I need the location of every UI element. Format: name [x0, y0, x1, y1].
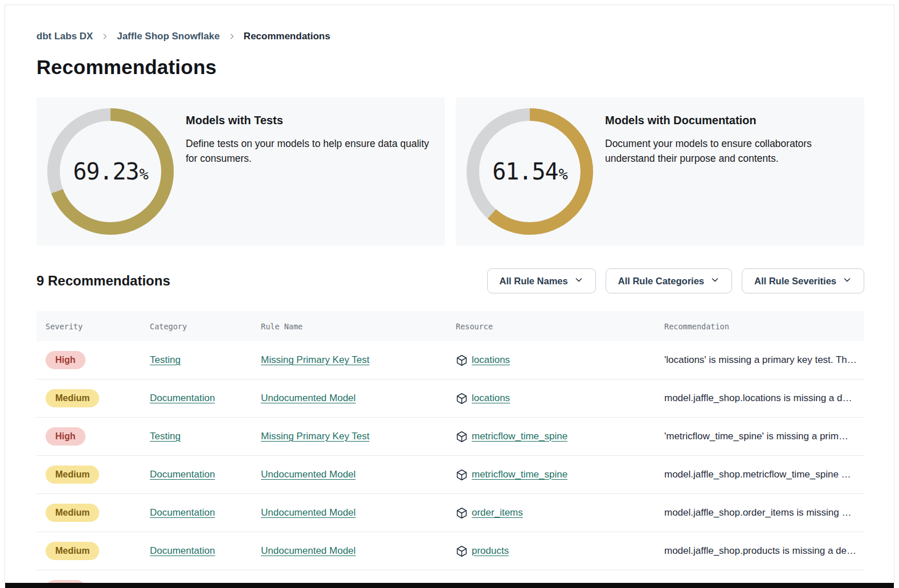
category-cell: Documentation — [141, 469, 252, 480]
chevron-down-icon — [574, 275, 583, 287]
severity-badge: Medium — [46, 466, 99, 484]
severity-cell: Medium — [36, 466, 141, 484]
rule-name-link[interactable]: Undocumented Model — [261, 393, 355, 403]
category-cell: Documentation — [141, 393, 252, 404]
severity-badge: Medium — [46, 542, 99, 560]
column-header-severity: Severity — [36, 322, 141, 331]
severity-badge: Medium — [46, 389, 99, 407]
category-link[interactable]: Documentation — [150, 545, 215, 556]
recommendations-count-heading: 9 Recommendations — [36, 273, 170, 289]
table-row: Medium Documentation Undocumented Model … — [36, 379, 864, 418]
recommendation-cell: 'metricflow_time_spine' is missing a pri… — [655, 431, 864, 442]
table-row: Medium Documentation Undocumented Model … — [36, 456, 864, 494]
severity-cell: Medium — [36, 389, 141, 407]
rule-name-link[interactable]: Undocumented Model — [261, 469, 355, 480]
resource-link[interactable]: locations — [472, 354, 510, 366]
resource-cell: products — [447, 545, 655, 557]
rule-name-link[interactable]: Undocumented Model — [261, 545, 355, 556]
percent-sign: % — [559, 165, 567, 183]
rule-severities-filter-dropdown[interactable]: All Rule Severities — [742, 268, 864, 293]
rule-name-cell: Missing Primary Key Test — [252, 431, 447, 442]
category-link[interactable]: Documentation — [150, 469, 215, 480]
severity-cell: High — [36, 351, 141, 369]
category-link[interactable]: Testing — [150, 354, 181, 365]
tests-percentage: 69.23% — [47, 108, 174, 235]
chevron-right-icon — [101, 32, 109, 40]
metric-card-title: Models with Documentation — [605, 114, 853, 127]
category-link[interactable]: Documentation — [150, 393, 215, 403]
rule-name-cell: Undocumented Model — [252, 393, 447, 404]
rule-names-filter-dropdown[interactable]: All Rule Names — [487, 268, 596, 293]
table-row: Medium Documentation Undocumented Model … — [36, 494, 864, 532]
rule-name-cell: Undocumented Model — [252, 545, 447, 557]
rule-name-cell: Undocumented Model — [252, 507, 447, 518]
column-header-resource: Resource — [447, 322, 655, 331]
page-title: Recommendations — [36, 56, 864, 79]
recommendation-cell: model.jaffle_shop.order_items is missing… — [655, 507, 864, 518]
list-header: 9 Recommendations All Rule Names All Rul… — [36, 268, 864, 293]
resource-cell: metricflow_time_spine — [447, 469, 655, 481]
recommendation-cell: 'locations' is missing a primary key tes… — [655, 354, 864, 366]
category-cell: Testing — [141, 431, 252, 442]
metric-card-tests: 69.23% Models with Tests Define tests on… — [36, 97, 445, 246]
resource-link[interactable]: metricflow_time_spine — [472, 431, 567, 442]
bottom-clipped-row — [5, 583, 894, 588]
rule-name-link[interactable]: Missing Primary Key Test — [261, 431, 370, 442]
rule-name-cell: Undocumented Model — [252, 469, 447, 480]
severity-badge: High — [46, 351, 85, 369]
main-content: dbt Labs DX Jaffle Shop Snowflake Recomm… — [36, 0, 864, 588]
filter-label: All Rule Names — [500, 276, 568, 287]
category-link[interactable]: Testing — [150, 431, 181, 442]
breadcrumb-item-project[interactable]: dbt Labs DX — [36, 31, 93, 42]
breadcrumb-item-current: Recommendations — [244, 31, 330, 42]
chevron-right-icon — [228, 32, 236, 40]
category-cell: Testing — [141, 354, 252, 366]
rule-name-link[interactable]: Undocumented Model — [261, 507, 355, 518]
resource-cell: locations — [447, 393, 655, 405]
recommendations-table: Severity Category Rule Name Resource Rec… — [36, 311, 864, 588]
rule-categories-filter-dropdown[interactable]: All Rule Categories — [606, 268, 732, 293]
cube-icon — [456, 354, 468, 366]
resource-link[interactable]: products — [472, 545, 509, 557]
resource-link[interactable]: order_items — [472, 507, 523, 518]
severity-badge: Medium — [46, 504, 99, 522]
breadcrumb: dbt Labs DX Jaffle Shop Snowflake Recomm… — [36, 31, 864, 42]
recommendation-cell: model.jaffle_shop.locations is missing a… — [655, 393, 864, 404]
resource-cell: locations — [447, 354, 655, 366]
metric-cards: 69.23% Models with Tests Define tests on… — [36, 97, 864, 246]
resource-link[interactable]: locations — [472, 393, 510, 404]
severity-cell: High — [36, 427, 141, 446]
metric-card-description: Document your models to ensure collabora… — [605, 136, 853, 166]
breadcrumb-item-environment[interactable]: Jaffle Shop Snowflake — [117, 31, 219, 42]
cube-icon — [456, 393, 468, 405]
table-row: Medium Documentation Undocumented Model … — [36, 532, 864, 570]
severity-cell: Medium — [36, 542, 141, 560]
resource-cell: order_items — [447, 507, 655, 519]
metric-card-title: Models with Tests — [186, 114, 434, 127]
severity-badge: High — [46, 427, 85, 446]
metric-card-description: Define tests on your models to help ensu… — [186, 136, 434, 166]
resource-link[interactable]: metricflow_time_spine — [472, 469, 567, 480]
tests-donut-chart: 69.23% — [47, 108, 174, 235]
cube-icon — [456, 507, 468, 519]
filter-label: All Rule Categories — [618, 276, 704, 287]
percent-sign: % — [140, 165, 148, 183]
documentation-percentage: 61.54% — [467, 108, 593, 235]
table-body: High Testing Missing Primary Key Test lo… — [36, 341, 864, 588]
recommendation-cell: model.jaffle_shop.metricflow_time_spine … — [655, 469, 864, 480]
documentation-donut-chart: 61.54% — [467, 108, 593, 235]
table-row: High Testing Missing Primary Key Test lo… — [36, 341, 864, 379]
resource-cell: metricflow_time_spine — [447, 431, 655, 443]
recommendation-cell: model.jaffle_shop.products is missing a … — [655, 545, 864, 557]
category-link[interactable]: Documentation — [150, 507, 215, 518]
chevron-down-icon — [710, 275, 720, 287]
filter-label: All Rule Severities — [754, 276, 836, 287]
category-cell: Documentation — [141, 545, 252, 557]
severity-cell: Medium — [36, 504, 141, 522]
rule-name-link[interactable]: Missing Primary Key Test — [261, 354, 370, 365]
category-cell: Documentation — [141, 507, 252, 518]
table-row: High Testing Missing Primary Key Test me… — [36, 418, 864, 456]
filter-bar: All Rule Names All Rule Categories All R… — [487, 268, 864, 293]
column-header-recommendation: Recommendation — [655, 322, 864, 331]
table-header-row: Severity Category Rule Name Resource Rec… — [36, 311, 864, 341]
